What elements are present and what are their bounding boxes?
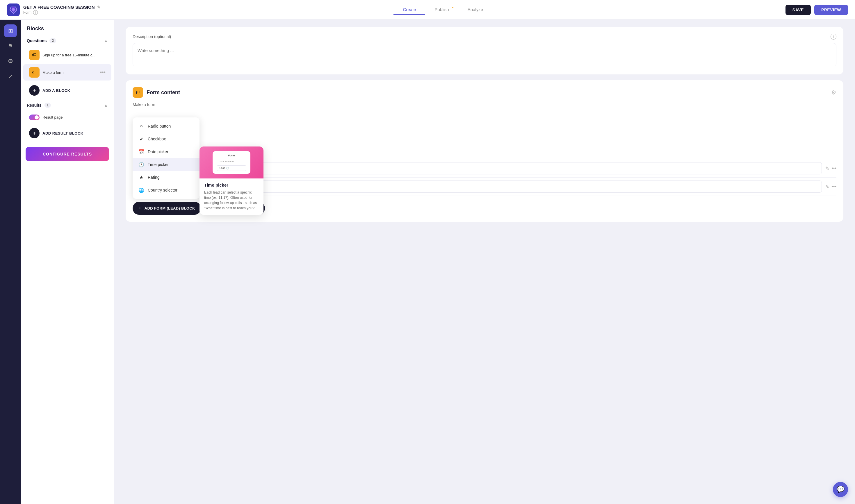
- dropdown-item-date[interactable]: 📅 Date picker: [133, 145, 199, 158]
- topnav: GET A FREE COACHING SESSION ✎ Form i Cre…: [0, 0, 855, 20]
- topnav-title: GET A FREE COACHING SESSION ✎ Form i: [23, 5, 101, 15]
- tooltip-image: Form Your full name 13:00 🕐: [199, 146, 263, 178]
- questions-chevron: ▲: [104, 38, 108, 43]
- add-result-circle: +: [29, 128, 39, 138]
- radio-icon: ○: [138, 123, 144, 129]
- results-section-header[interactable]: Results 1 ▲: [21, 100, 114, 111]
- rating-icon: ★: [138, 174, 144, 180]
- blocks-header: Blocks: [21, 20, 114, 35]
- more-row-1-icon[interactable]: •••: [832, 166, 836, 171]
- dropdown-item-country-label: Country selector: [148, 188, 177, 193]
- description-label: Description (optional): [133, 34, 171, 39]
- block-icon-r1: [29, 114, 39, 120]
- dropdown-item-time-label: Time picker: [148, 162, 169, 167]
- country-icon: 🌐: [138, 187, 144, 193]
- questions-label-group: Questions 2: [27, 38, 56, 43]
- project-title: GET A FREE COACHING SESSION: [23, 5, 95, 10]
- dropdown-item-checkbox[interactable]: ✔ Checkbox: [133, 132, 199, 145]
- results-label: Results: [27, 103, 41, 108]
- dropdown-item-checkbox-label: Checkbox: [148, 137, 166, 141]
- dropdown-item-date-label: Date picker: [148, 149, 168, 154]
- block-label-q1: Sign up for a free 15-minute c...: [42, 53, 97, 57]
- topnav-actions: SAVE PREVIEW: [785, 5, 848, 15]
- tooltip-body: Time picker Each lead can select a speci…: [199, 178, 263, 215]
- description-label-row: Description (optional) i: [133, 34, 836, 39]
- block-item-q2[interactable]: 🏷 Make a form •••: [23, 64, 111, 80]
- tooltip-form-time: 13:00 🕐: [217, 165, 246, 171]
- save-button[interactable]: SAVE: [785, 5, 811, 15]
- tooltip-form-title: Form: [217, 154, 246, 157]
- sidebar-icon-settings[interactable]: ⚙: [4, 55, 17, 68]
- date-icon: 📅: [138, 149, 144, 155]
- tab-create[interactable]: Create: [394, 5, 425, 15]
- tooltip-form-field: Your full name: [217, 159, 246, 164]
- chat-icon: 💬: [837, 486, 844, 493]
- form-content-header: 🏷 Form content ⚙: [133, 87, 836, 98]
- edit-title-icon[interactable]: ✎: [97, 5, 101, 10]
- dropdown-item-rating[interactable]: ★ Rating: [133, 171, 199, 184]
- form-row-1-actions: ✎ •••: [825, 166, 836, 171]
- block-item-q1[interactable]: 🏷 Sign up for a free 15-minute c... •••: [23, 47, 111, 63]
- nav-tabs: Create Publish Analyze: [394, 5, 492, 15]
- form-content-title: 🏷 Form content: [133, 87, 180, 98]
- form-content-title-text: Form content: [146, 90, 180, 96]
- tooltip-clock-icon: 🕐: [226, 167, 229, 169]
- sidebar-icon-share[interactable]: ↗: [4, 70, 17, 83]
- add-block-button[interactable]: + ADD A BLOCK: [23, 82, 111, 98]
- add-result-button[interactable]: + ADD RESULT BLOCK: [23, 125, 111, 141]
- add-result-label: ADD RESULT BLOCK: [42, 131, 84, 136]
- add-form-lead-block-button[interactable]: + ADD FORM (LEAD) BLOCK: [133, 202, 201, 215]
- description-textarea[interactable]: [133, 43, 836, 66]
- tab-analyze[interactable]: Analyze: [458, 5, 492, 15]
- preview-button[interactable]: PREVIEW: [814, 5, 848, 15]
- questions-label: Questions: [27, 38, 47, 43]
- results-chevron: ▲: [104, 103, 108, 108]
- tooltip-desc: Each lead can select a specific time (ex…: [204, 190, 259, 211]
- description-card: Description (optional) i: [126, 27, 843, 74]
- form-settings-icon[interactable]: ⚙: [831, 89, 836, 96]
- form-content-icon: 🏷: [133, 87, 143, 98]
- block-label-q2: Make a form: [42, 70, 97, 75]
- results-label-group: Results 1: [27, 103, 51, 108]
- questions-section-header[interactable]: Questions 2 ▲: [21, 35, 114, 46]
- sidebar-icons: ⊞ ⚑ ⚙ ↗: [0, 20, 21, 504]
- form-subtitle: Make a form: [133, 102, 836, 107]
- configure-results-button[interactable]: CONFIGURE RESULTS: [25, 147, 109, 161]
- sidebar-icon-grid[interactable]: ⊞: [4, 24, 17, 37]
- add-block-label: ADD A BLOCK: [42, 88, 70, 93]
- time-picker-tooltip: Form Your full name 13:00 🕐 Time picker …: [199, 146, 263, 215]
- project-type: Form: [23, 11, 31, 15]
- block-icon-q2: 🏷: [29, 67, 39, 78]
- more-row-2-icon[interactable]: •••: [832, 184, 836, 190]
- dropdown-item-rating-label: Rating: [148, 175, 159, 180]
- tab-publish[interactable]: Publish: [425, 5, 458, 15]
- dropdown-item-country[interactable]: 🌐 Country selector: [133, 184, 199, 197]
- time-icon: 🕐: [138, 162, 144, 167]
- info-icon[interactable]: i: [33, 10, 38, 15]
- left-panel: Blocks Questions 2 ▲ 🏷 Sign up for a fre…: [21, 20, 114, 504]
- block-label-r1: Result page: [42, 115, 97, 120]
- main-layout: ⊞ ⚑ ⚙ ↗ Blocks Questions 2 ▲ 🏷 Sign up f…: [0, 20, 855, 504]
- field-type-dropdown: ○ Radio button ✔ Checkbox 📅 Date picker …: [133, 118, 199, 199]
- edit-row-1-icon[interactable]: ✎: [825, 166, 829, 171]
- edit-row-2-icon[interactable]: ✎: [825, 184, 829, 190]
- description-info-icon[interactable]: i: [831, 34, 836, 39]
- tooltip-time-value: 13:00: [219, 167, 225, 169]
- add-block-circle: +: [29, 85, 39, 96]
- main-content: Description (optional) i 🏷 Form content …: [114, 20, 855, 504]
- tooltip-mockup: Form Your full name 13:00 🕐: [213, 151, 250, 174]
- tooltip-title: Time picker: [204, 182, 259, 187]
- logo-icon[interactable]: [7, 3, 20, 16]
- results-badge: 1: [45, 103, 51, 108]
- logo-area: GET A FREE COACHING SESSION ✎ Form i: [7, 3, 101, 16]
- block-icon-q1: 🏷: [29, 50, 39, 60]
- sidebar-icon-flag[interactable]: ⚑: [4, 39, 17, 52]
- checkbox-icon: ✔: [138, 136, 144, 142]
- chat-bubble[interactable]: 💬: [833, 482, 848, 497]
- dropdown-item-time[interactable]: 🕐 Time picker: [133, 158, 199, 171]
- form-row-2-actions: ✎ •••: [825, 184, 836, 190]
- dropdown-item-radio[interactable]: ○ Radio button: [133, 120, 199, 132]
- block-more-q2[interactable]: •••: [100, 70, 106, 76]
- block-item-r1[interactable]: Result page •••: [23, 111, 111, 123]
- form-content-card: 🏷 Form content ⚙ Make a form ○ Radio but…: [126, 80, 843, 222]
